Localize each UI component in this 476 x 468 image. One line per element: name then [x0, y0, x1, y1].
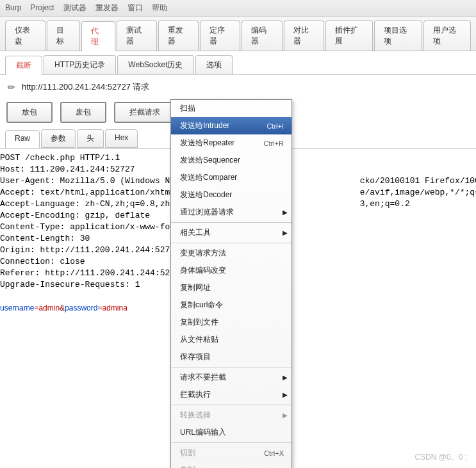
forward-button[interactable]: 放包	[6, 102, 53, 123]
raw-tab[interactable]: 参数	[41, 129, 76, 148]
intercept-button[interactable]: 拦截请求	[114, 102, 176, 123]
sub-tab-bar: 截断HTTP历史记录WebSocket历史选项	[0, 51, 476, 75]
context-menu-item[interactable]: URL编码输入	[171, 424, 291, 441]
menu-item[interactable]: Project	[30, 3, 54, 12]
context-menu-item[interactable]: 请求不要拦截▶	[171, 369, 291, 386]
menu-item[interactable]: 帮助	[152, 3, 167, 12]
context-menu-item[interactable]: 发送给Comparer	[171, 169, 291, 186]
main-tab[interactable]: 对比器	[284, 20, 324, 51]
context-menu-item[interactable]: 发送给RepeaterCtrl+R	[171, 134, 291, 152]
context-menu-item[interactable]: 通过浏览器请求▶	[171, 204, 291, 221]
menu-bar: BurpProject测试器重发器窗口帮助	[0, 0, 476, 17]
main-tab[interactable]: 重发器	[158, 20, 199, 51]
sub-tab[interactable]: HTTP历史记录	[44, 55, 116, 74]
context-menu-item[interactable]: 扫描	[171, 100, 291, 117]
context-menu-item[interactable]: 复制到文件	[171, 314, 291, 331]
main-tab[interactable]: 目标	[47, 20, 80, 51]
context-menu-item[interactable]: 从文件粘贴	[171, 331, 291, 348]
raw-tab[interactable]: Raw	[5, 130, 40, 149]
main-tab[interactable]: 仪表盘	[5, 20, 45, 51]
main-tab[interactable]: 插件扩展	[325, 20, 373, 51]
sub-tab[interactable]: 截断	[5, 56, 42, 75]
request-url-label: http://111.200.241.244:52727 请求	[22, 81, 150, 93]
watermark: CSDN @0。0 ;	[414, 452, 467, 463]
context-menu-item[interactable]: 发送给Sequencer	[171, 152, 291, 169]
main-tab[interactable]: 编码器	[242, 20, 282, 51]
main-tab[interactable]: 代理	[81, 21, 115, 51]
drop-button[interactable]: 废包	[60, 102, 106, 123]
context-menu-item[interactable]: 发送给Decoder	[171, 186, 291, 204]
request-header-row: ✎ http://111.200.241.244:52727 请求	[0, 75, 476, 99]
raw-tab[interactable]: Hex	[105, 129, 138, 148]
edit-icon: ✎	[5, 81, 18, 93]
sub-tab[interactable]: WebSocket历史	[117, 55, 193, 74]
sub-tab[interactable]: 选项	[195, 55, 233, 74]
menu-item[interactable]: Burp	[5, 3, 21, 12]
context-menu-item[interactable]: 保存项目	[171, 348, 291, 366]
main-tab[interactable]: 测试器	[117, 20, 157, 51]
menu-item[interactable]: 重发器	[95, 3, 119, 12]
main-tab[interactable]: 项目选项	[374, 20, 422, 51]
context-menu-item: 转换选择▶	[171, 407, 291, 424]
context-menu-item: 切割Ctrl+X	[171, 444, 291, 462]
main-tab[interactable]: 用户选项	[423, 20, 471, 51]
context-menu-item[interactable]: 拦截执行▶	[171, 386, 291, 403]
context-menu: 扫描发送给IntruderCtrl+I发送给RepeaterCtrl+R发送给S…	[170, 99, 292, 468]
context-menu-item[interactable]: 发送给IntruderCtrl+I	[171, 117, 291, 134]
main-tab-bar: 仪表盘目标代理测试器重发器定序器编码器对比器插件扩展项目选项用户选项	[0, 17, 476, 51]
main-tab[interactable]: 定序器	[200, 20, 240, 51]
raw-tab[interactable]: 头	[77, 129, 104, 148]
context-menu-item[interactable]: 复制网址	[171, 279, 291, 296]
context-menu-item: 复制Ctrl+C	[171, 462, 291, 468]
menu-item[interactable]: 窗口	[127, 3, 143, 12]
context-menu-item[interactable]: 复制curl命令	[171, 296, 291, 314]
context-menu-item[interactable]: 身体编码改变	[171, 262, 291, 279]
menu-item[interactable]: 测试器	[63, 3, 86, 12]
context-menu-item[interactable]: 变更请求方法	[171, 245, 291, 262]
context-menu-item[interactable]: 相关工具▶	[171, 224, 291, 241]
